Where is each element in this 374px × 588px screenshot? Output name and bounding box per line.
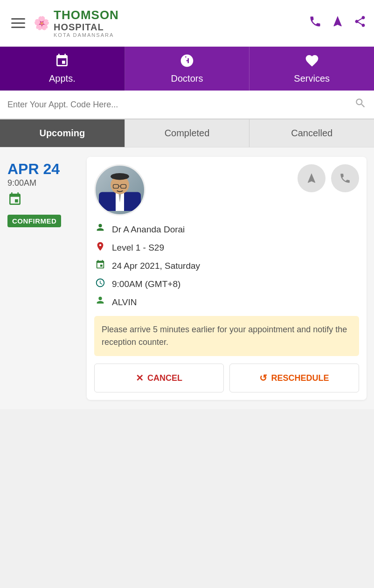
tab-doctors-label: Doctors (171, 73, 203, 84)
appointment-card: APR 24 9:00AM CONFIRMED (7, 157, 367, 400)
reschedule-button[interactable]: ↺ RESCHEDULE (229, 364, 359, 392)
card-top (94, 164, 359, 216)
filter-tabs: Upcoming Completed Cancelled (0, 119, 374, 147)
header: 🌸 THOMSON HOSPITAL KOTA DAMANSARA (0, 0, 374, 47)
logo-icon: 🌸 (34, 15, 50, 31)
detail-row-location: Level 1 - S29 (94, 241, 359, 254)
filter-tab-upcoming-label: Upcoming (39, 128, 85, 138)
cancel-button[interactable]: ✕ CANCEL (94, 364, 224, 392)
appointment-area: APR 24 9:00AM CONFIRMED (0, 147, 374, 409)
notice-text: Please arrive 5 minutes earlier for your… (102, 325, 347, 347)
notice-box: Please arrive 5 minutes earlier for your… (94, 316, 359, 356)
patient-icon (94, 296, 106, 308)
calendar-icon[interactable] (7, 192, 22, 210)
reschedule-label: RESCHEDULE (271, 373, 329, 383)
reschedule-icon: ↺ (259, 372, 267, 384)
card-action-icons (298, 164, 359, 192)
detail-row-doctor: Dr A Ananda Dorai (94, 223, 359, 236)
share-icon[interactable] (353, 15, 367, 31)
navigate-icon[interactable] (331, 15, 344, 31)
date-month-day: APR 24 (7, 161, 60, 176)
tab-services[interactable]: Services (249, 47, 374, 91)
call-button[interactable] (331, 164, 359, 192)
clock-icon (94, 278, 106, 290)
cal-detail-icon (94, 259, 106, 272)
action-buttons: ✕ CANCEL ↺ RESCHEDULE (94, 364, 359, 392)
cancel-x-icon: ✕ (136, 372, 144, 384)
filter-tab-completed[interactable]: Completed (125, 119, 250, 147)
card-main: Dr A Ananda Dorai Level 1 - S29 24 Apr 2… (87, 157, 367, 400)
avatar (94, 164, 145, 216)
detail-row-time: 9:00AM (GMT+8) (94, 278, 359, 290)
card-details: Dr A Ananda Dorai Level 1 - S29 24 Apr 2… (94, 223, 359, 308)
logo-hospital: HOSPITAL (54, 22, 119, 32)
search-input[interactable] (7, 100, 354, 110)
date-time: 9:00AM (7, 178, 36, 188)
tab-doctors[interactable]: Doctors (125, 47, 250, 91)
doctor-name: Dr A Ananda Dorai (112, 224, 185, 235)
logo-area: 🌸 THOMSON HOSPITAL KOTA DAMANSARA (34, 8, 309, 38)
navigate-button[interactable] (298, 164, 326, 192)
filter-tab-upcoming[interactable]: Upcoming (0, 119, 125, 147)
cancel-label: CANCEL (147, 373, 182, 383)
logo-thomson: THOMSON (54, 8, 119, 22)
patient-name: ALVIN (112, 297, 137, 308)
location-icon (94, 241, 106, 254)
date-column: APR 24 9:00AM CONFIRMED (7, 157, 87, 400)
location: Level 1 - S29 (112, 243, 164, 253)
services-icon (305, 53, 319, 71)
doctor-icon (94, 223, 106, 236)
filter-tab-cancelled[interactable]: Cancelled (249, 119, 374, 147)
tab-services-label: Services (294, 73, 330, 84)
search-bar (0, 91, 374, 119)
detail-row-patient: ALVIN (94, 296, 359, 308)
logo-sub: KOTA DAMANSARA (54, 32, 119, 38)
logo-text: THOMSON HOSPITAL KOTA DAMANSARA (54, 8, 119, 38)
phone-icon[interactable] (309, 15, 322, 31)
filter-tab-cancelled-label: Cancelled (291, 128, 332, 138)
filter-tab-completed-label: Completed (165, 128, 210, 138)
search-icon[interactable] (354, 97, 367, 112)
tab-appts[interactable]: Appts. (0, 47, 125, 91)
appt-time: 9:00AM (GMT+8) (112, 279, 180, 289)
nav-tabs: Appts. Doctors Services (0, 47, 374, 91)
tab-appts-label: Appts. (49, 73, 76, 84)
appts-icon (55, 53, 69, 71)
appt-date: 24 Apr 2021, Saturday (112, 261, 200, 271)
status-badge: CONFIRMED (7, 215, 61, 227)
doctors-icon (180, 53, 194, 71)
svg-point-4 (111, 173, 129, 180)
header-icons (309, 15, 367, 31)
detail-row-date: 24 Apr 2021, Saturday (94, 259, 359, 272)
hamburger-button[interactable] (7, 14, 29, 32)
